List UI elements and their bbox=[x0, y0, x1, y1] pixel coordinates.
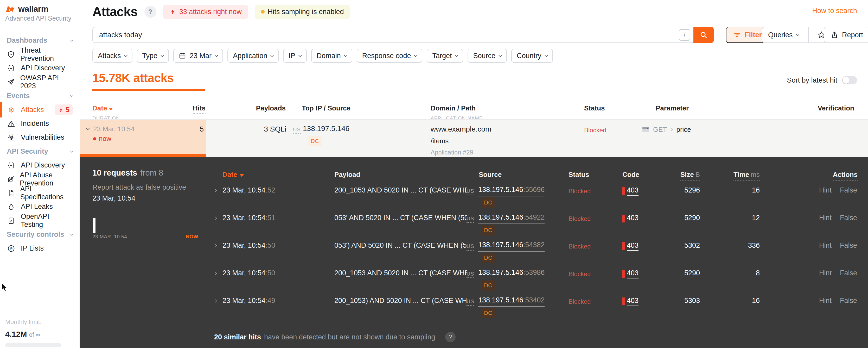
sidebar-item-threat-prevention[interactable]: Threat Prevention bbox=[5, 48, 74, 61]
request-source-ip[interactable]: 138.197.5.146:54382 bbox=[478, 241, 545, 252]
requests-title: 10 requestsfrom 8 bbox=[92, 168, 163, 178]
false-action[interactable]: False bbox=[840, 186, 857, 194]
sidebar-item-owasp-api-2023[interactable]: OWASP API 2023 bbox=[5, 75, 74, 89]
question-icon[interactable]: ? bbox=[445, 332, 456, 342]
request-row[interactable]: 23 Mar, 10:54:50 200_1053 AND 5020 IN ..… bbox=[80, 266, 868, 293]
how-to-search-link[interactable]: How to search bbox=[812, 7, 857, 15]
requests-col-size[interactable]: SizeB bbox=[666, 171, 700, 179]
chip-country[interactable]: Country bbox=[511, 49, 553, 63]
requests-col-date[interactable]: Date bbox=[222, 171, 244, 179]
expand-chevron-icon[interactable] bbox=[214, 243, 216, 248]
false-action[interactable]: False bbox=[840, 241, 857, 250]
report-button[interactable]: Report bbox=[824, 27, 868, 43]
sidebar-item-attacks[interactable]: Attacks 5 bbox=[5, 103, 74, 117]
chip-ip[interactable]: IP bbox=[283, 49, 307, 63]
request-response-code[interactable]: 403 bbox=[622, 269, 639, 279]
monthly-limit-value: 4.12M bbox=[5, 330, 27, 338]
target-icon bbox=[7, 106, 16, 114]
section-security-controls[interactable]: Security controls bbox=[5, 227, 74, 241]
chip-domain[interactable]: Domain bbox=[311, 49, 352, 63]
chip-attacks[interactable]: Attacks bbox=[92, 49, 132, 63]
requests-col-source: Source bbox=[479, 171, 502, 179]
request-status: Blocked bbox=[568, 270, 591, 278]
chip-target[interactable]: Target bbox=[427, 49, 463, 63]
attack-domain-path: www.example.com /items Application #29 bbox=[431, 125, 491, 156]
chevron-down-icon bbox=[545, 54, 548, 57]
wallarm-logo[interactable]: wallarm bbox=[5, 4, 49, 14]
request-response-code[interactable]: 403 bbox=[622, 241, 639, 251]
attack-row[interactable]: 23 Mar, 10:54 now 5 3 SQLi US 138.197.5.… bbox=[80, 119, 868, 157]
sidebar-item-openapi-testing[interactable]: OpenAPI Testing bbox=[5, 213, 74, 227]
expand-chevron-icon[interactable] bbox=[214, 298, 216, 303]
request-response-code[interactable]: 403 bbox=[622, 214, 639, 223]
request-response-code[interactable]: 403 bbox=[622, 186, 639, 196]
chevron-down-icon bbox=[299, 54, 302, 57]
request-row[interactable]: 23 Mar, 10:54:52 200_1053 AND 5020 IN ..… bbox=[80, 183, 868, 210]
section-events[interactable]: Events bbox=[5, 89, 74, 103]
hint-action[interactable]: Hint bbox=[819, 214, 832, 222]
sidebar-item-api-leaks[interactable]: API Leaks bbox=[5, 200, 74, 213]
request-payload: 200_1053 AND 5020 IN ... CT (CASE WHEN..… bbox=[334, 269, 467, 277]
attack-top-ip[interactable]: 138.197.5.146 bbox=[303, 124, 349, 133]
chip-type[interactable]: Type bbox=[137, 49, 169, 63]
request-source-ip[interactable]: 138.197.5.146:53986 bbox=[478, 268, 545, 279]
queries-button[interactable]: Queries bbox=[762, 27, 805, 42]
col-header-date[interactable]: Date DURATION bbox=[92, 104, 120, 121]
hint-action[interactable]: Hint bbox=[819, 186, 832, 194]
biohazard-icon: ☣ bbox=[7, 133, 16, 142]
chip-date[interactable]: 23 Mar bbox=[173, 49, 223, 63]
chip-source[interactable]: Source bbox=[468, 49, 507, 63]
attacks-now-badge: 33 attacks right now bbox=[163, 5, 248, 19]
search-input[interactable] bbox=[93, 27, 679, 42]
request-row[interactable]: 23 Mar, 10:54:51 053' AND 5020 IN ... CT… bbox=[80, 210, 868, 238]
request-row[interactable]: 23 Mar, 10:54:49 200_1053) AND 5020 IN .… bbox=[80, 293, 868, 321]
code-severity-bar bbox=[622, 297, 625, 305]
false-action[interactable]: False bbox=[840, 214, 857, 222]
col-header-hits[interactable]: Hits bbox=[169, 104, 206, 112]
help-icon[interactable]: ? bbox=[145, 6, 156, 18]
request-row[interactable]: 23 Mar, 10:54:50 053') AND 5020 IN ... C… bbox=[80, 238, 868, 266]
request-size: 5290 bbox=[666, 214, 700, 222]
sampling-badge: Hits sampling is enabled bbox=[255, 5, 350, 19]
expand-chevron-icon[interactable] bbox=[214, 216, 216, 220]
sidebar-item-api-specifications[interactable]: API Specifications bbox=[5, 186, 74, 200]
ip-circle-icon: IP bbox=[7, 244, 16, 253]
requests-col-time[interactable]: Timems bbox=[726, 171, 760, 179]
red-dot-icon bbox=[93, 137, 96, 140]
chip-application[interactable]: Application bbox=[227, 49, 279, 63]
request-time: 8 bbox=[726, 269, 760, 277]
sidebar-item-vulnerabilities[interactable]: ☣ Vulnerabilities bbox=[5, 130, 74, 144]
expand-chevron-icon[interactable] bbox=[214, 188, 216, 193]
attack-payloads[interactable]: 3 SQLi bbox=[234, 125, 286, 133]
request-source-ip[interactable]: 138.197.5.146:54922 bbox=[478, 213, 545, 224]
sidebar-item-ip-lists[interactable]: IP IP Lists bbox=[5, 241, 74, 255]
hint-action[interactable]: Hint bbox=[819, 297, 832, 305]
attack-duration-bar bbox=[80, 154, 206, 157]
sidebar-item-api-abuse-prevention[interactable]: API Abuse Prevention bbox=[5, 172, 74, 186]
chevron-down-icon bbox=[160, 54, 164, 57]
sidebar: wallarm Advanced API Security Dashboards… bbox=[0, 0, 80, 348]
request-response-code[interactable]: 403 bbox=[622, 297, 639, 306]
request-source-ip[interactable]: 138.197.5.146:55696 bbox=[478, 186, 545, 196]
datacenter-badge: DC bbox=[481, 198, 495, 208]
attack-domain[interactable]: www.example.com bbox=[431, 125, 491, 133]
requests-col-payload: Payload bbox=[334, 171, 360, 179]
chip-response-code[interactable]: Response code bbox=[357, 49, 423, 63]
sidebar-item-incidents[interactable]: Incidents bbox=[5, 117, 74, 130]
request-status: Blocked bbox=[568, 187, 591, 195]
section-dashboards[interactable]: Dashboards bbox=[5, 33, 74, 48]
request-source-ip[interactable]: 138.197.5.146:53402 bbox=[478, 296, 545, 307]
yellow-dot-icon bbox=[261, 10, 265, 13]
hint-action[interactable]: Hint bbox=[819, 269, 832, 277]
section-api-security[interactable]: API Security bbox=[5, 144, 74, 158]
search-button[interactable] bbox=[693, 27, 714, 43]
hint-action[interactable]: Hint bbox=[819, 241, 832, 250]
false-action[interactable]: False bbox=[840, 269, 857, 277]
false-action[interactable]: False bbox=[840, 297, 857, 305]
sidebar-item-api-discovery-2[interactable]: API Discovery bbox=[5, 158, 74, 172]
sidebar-item-api-discovery[interactable]: API Discovery bbox=[5, 61, 74, 75]
sort-toggle[interactable] bbox=[842, 76, 857, 84]
attack-path[interactable]: /items bbox=[431, 137, 491, 145]
requests-col-actions[interactable]: Actions bbox=[824, 171, 858, 179]
expand-chevron-icon[interactable] bbox=[214, 271, 216, 276]
